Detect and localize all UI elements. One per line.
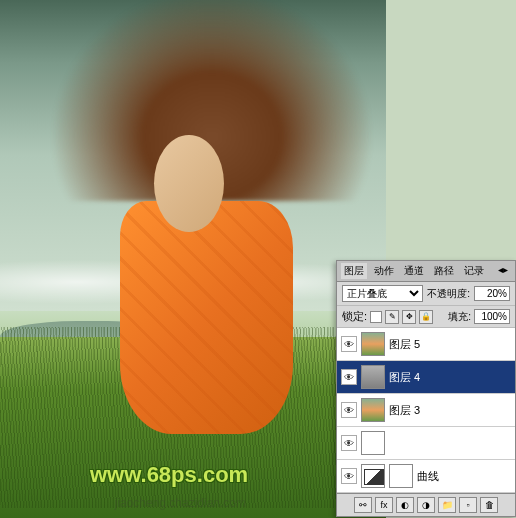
opacity-input[interactable] [474, 286, 510, 301]
tab-paths[interactable]: 路径 [431, 263, 457, 279]
lock-transparency-icon[interactable] [370, 311, 382, 323]
panel-bottom-toolbar: ⚯ fx ◐ ◑ 📁 ▫ 🗑 [337, 493, 515, 516]
mask-icon[interactable]: ◐ [396, 497, 414, 513]
visibility-icon[interactable]: 👁 [341, 435, 357, 451]
layer-name-label[interactable]: 图层 5 [389, 337, 511, 352]
tab-layers[interactable]: 图层 [341, 263, 367, 279]
visibility-icon[interactable]: 👁 [341, 369, 357, 385]
tab-actions[interactable]: 动作 [371, 263, 397, 279]
visibility-icon[interactable]: 👁 [341, 402, 357, 418]
layer-item-blank[interactable]: 👁 [337, 427, 515, 460]
figure-subject [97, 104, 329, 493]
blend-mode-select[interactable]: 正片叠底 [342, 285, 423, 302]
layer-item-4[interactable]: 👁 图层 4 [337, 361, 515, 394]
lock-label: 锁定: [342, 309, 367, 324]
layer-item-curves[interactable]: 👁 曲线 [337, 460, 515, 493]
head [154, 135, 223, 232]
panel-menu-icon[interactable]: ◂▸ [495, 263, 511, 279]
trash-icon[interactable]: 🗑 [480, 497, 498, 513]
lock-paint-icon[interactable]: ✎ [385, 310, 399, 324]
visibility-icon[interactable]: 👁 [341, 468, 357, 484]
editor-canvas[interactable]: www.68ps.com jiaocheng.chazidian.com [0, 0, 386, 518]
adjustment-thumbnail[interactable] [361, 464, 385, 488]
lock-fill-row: 锁定: ✎ ✥ 🔒 填充: [337, 306, 515, 328]
opacity-label: 不透明度: [427, 287, 470, 301]
layer-thumbnail[interactable] [361, 431, 385, 455]
fill-input[interactable] [474, 309, 510, 324]
body-shirt [120, 201, 294, 434]
folder-icon[interactable]: 📁 [438, 497, 456, 513]
layer-thumbnail[interactable] [361, 332, 385, 356]
adjustment-icon[interactable]: ◑ [417, 497, 435, 513]
layer-thumbnail[interactable] [361, 398, 385, 422]
layers-panel: 图层 动作 通道 路径 记录 ◂▸ 正片叠底 不透明度: 锁定: ✎ ✥ 🔒 填… [336, 260, 516, 517]
layer-thumbnail[interactable] [361, 365, 385, 389]
new-layer-icon[interactable]: ▫ [459, 497, 477, 513]
lock-move-icon[interactable]: ✥ [402, 310, 416, 324]
layer-name-label[interactable]: 图层 4 [389, 370, 511, 385]
layer-name-label[interactable]: 图层 3 [389, 403, 511, 418]
tab-channels[interactable]: 通道 [401, 263, 427, 279]
blend-opacity-row: 正片叠底 不透明度: [337, 282, 515, 306]
link-layers-icon[interactable]: ⚯ [354, 497, 372, 513]
layers-list: 👁 图层 5 👁 图层 4 👁 图层 3 👁 👁 曲线 [337, 328, 515, 493]
panel-tabs: 图层 动作 通道 路径 记录 ◂▸ [337, 261, 515, 282]
fx-icon[interactable]: fx [375, 497, 393, 513]
visibility-icon[interactable]: 👁 [341, 336, 357, 352]
layer-item-5[interactable]: 👁 图层 5 [337, 328, 515, 361]
layer-name-label[interactable]: 曲线 [417, 469, 511, 484]
layer-mask-thumbnail[interactable] [389, 464, 413, 488]
lock-all-icon[interactable]: 🔒 [419, 310, 433, 324]
tab-history[interactable]: 记录 [461, 263, 487, 279]
fill-label: 填充: [448, 310, 471, 324]
layer-item-3[interactable]: 👁 图层 3 [337, 394, 515, 427]
